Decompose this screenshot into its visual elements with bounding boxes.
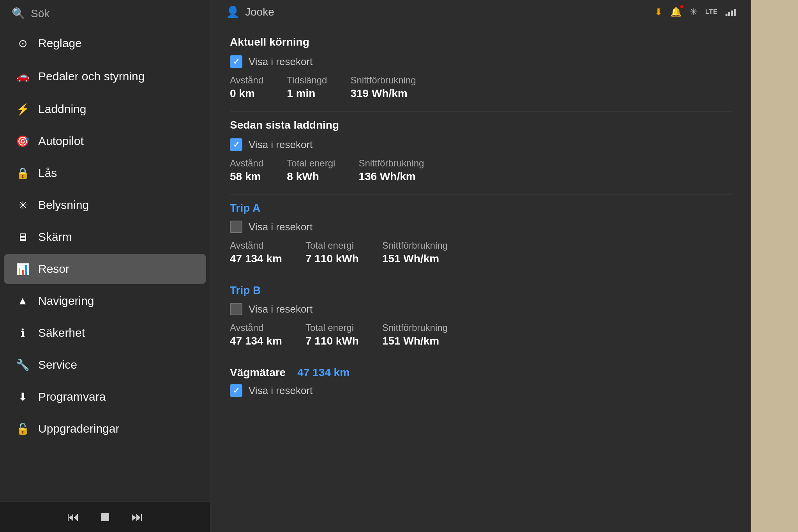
sidebar-item-pedaler[interactable]: 🚗 Pedaler och styrning — [4, 60, 206, 92]
stat-label: Total energi — [287, 158, 335, 169]
stat-label: Snittförbrukning — [382, 322, 448, 333]
trips-content: Aktuell körning Visa i resekort Avstånd … — [210, 24, 751, 532]
bell-icon: 🔔 — [670, 7, 682, 18]
user-icon: 👤 — [226, 5, 240, 18]
toggle-icon: ⊙ — [16, 37, 30, 50]
sidebar-item-service[interactable]: 🔧 Service — [4, 350, 206, 380]
section-vagmatare: Vägmätare 47 134 km Visa i resekort — [230, 366, 732, 397]
stat-label: Avstånd — [230, 322, 282, 333]
download-icon: ⬇ — [16, 391, 30, 403]
sidebar-item-label: Programvara — [38, 390, 106, 403]
stat-snitt-sedan: Snittförbrukning 136 Wh/km — [358, 158, 424, 183]
sidebar-item-las[interactable]: 🔒 Lås — [4, 158, 206, 188]
sidebar-item-label: Laddning — [38, 103, 86, 116]
stat-value: 0 km — [230, 87, 263, 100]
stat-avstand-sedan: Avstånd 58 km — [230, 158, 263, 183]
stat-value: 47 134 km — [230, 335, 282, 347]
stat-value: 319 Wh/km — [350, 87, 416, 100]
section-trip-a: Trip A Visa i resekort Avstånd 47 134 km… — [230, 202, 732, 265]
light-icon: ✳ — [16, 199, 30, 212]
signal-bars — [726, 8, 736, 16]
visa-resekort-trip-a-checkbox[interactable] — [230, 221, 242, 233]
signal-bar-2 — [728, 12, 730, 16]
aktuell-stats-row: Avstånd 0 km Tidslängd 1 min Snittförbru… — [230, 75, 732, 100]
section-trip-b: Trip B Visa i resekort Avstånd 47 134 km… — [230, 284, 732, 347]
right-decorative-area — [751, 0, 798, 532]
sidebar-item-label: Resor — [38, 262, 69, 276]
odometer-value: 47 134 km — [297, 366, 350, 379]
stat-energi-trip-a: Total energi 7 110 kWh — [305, 240, 359, 265]
stat-value: 136 Wh/km — [358, 170, 424, 183]
stat-value: 8 kWh — [287, 170, 335, 183]
sidebar-item-label: Uppgraderingar — [38, 422, 119, 435]
sidebar-item-reglage[interactable]: ⊙ Reglage — [4, 28, 206, 58]
sidebar-item-label: Säkerhet — [38, 326, 85, 339]
signal-bar-1 — [726, 14, 727, 16]
safety-icon: ℹ — [16, 327, 30, 339]
nav-icon: ▲ — [16, 295, 30, 307]
stat-snitt-trip-a: Snittförbrukning 151 Wh/km — [382, 240, 448, 265]
visa-resekort-aktuell-label: Visa i resekort — [249, 56, 312, 68]
stat-label: Tidslängd — [287, 75, 327, 86]
player-bar: ⏮ ⏹ ⏭ — [0, 502, 210, 532]
stat-energi-trip-b: Total energi 7 110 kWh — [305, 322, 359, 347]
car-icon: 🚗 — [16, 70, 30, 83]
trip-a-stats-row: Avstånd 47 134 km Total energi 7 110 kWh… — [230, 240, 732, 265]
stat-label: Snittförbrukning — [350, 75, 416, 86]
sidebar-item-sakerhet[interactable]: ℹ Säkerhet — [4, 318, 206, 348]
visa-resekort-trip-b-checkbox[interactable] — [230, 303, 242, 315]
section-aktuell-korning: Aktuell körning Visa i resekort Avstånd … — [230, 36, 732, 100]
sidebar-item-laddning[interactable]: ⚡ Laddning — [4, 94, 206, 124]
stat-value: 58 km — [230, 170, 263, 183]
sidebar-item-label: Belysning — [38, 198, 89, 212]
visa-resekort-trip-b-label: Visa i resekort — [249, 303, 312, 315]
visa-resekort-aktuell-checkbox[interactable] — [230, 55, 242, 68]
sidebar-item-resor[interactable]: 📊 Resor — [4, 254, 206, 284]
sidebar-item-navigering[interactable]: ▲ Navigering — [4, 286, 206, 316]
player-prev-button[interactable]: ⏮ — [67, 510, 79, 524]
sidebar-item-programvara[interactable]: ⬇ Programvara — [4, 382, 206, 412]
visa-resekort-vagmatare-checkbox[interactable] — [230, 384, 242, 397]
divider-2 — [230, 194, 732, 195]
main-header: 👤 Jooke ⬇ 🔔 ✳ LTE — [210, 0, 751, 24]
signal-bar-4 — [734, 9, 736, 16]
sidebar-item-label: Navigering — [38, 294, 94, 308]
sidebar-item-uppgraderingar[interactable]: 🔓 Uppgraderingar — [4, 414, 206, 444]
visa-resekort-trip-b-row: Visa i resekort — [230, 303, 732, 315]
stat-label: Avstånd — [230, 75, 263, 86]
wrench-icon: 🔧 — [16, 359, 30, 371]
search-bar[interactable]: 🔍 Sök — [0, 0, 210, 27]
player-next-button[interactable]: ⏭ — [131, 510, 143, 524]
upgrades-icon: 🔓 — [16, 422, 30, 435]
user-name: Jooke — [245, 6, 274, 18]
bell-notification-dot — [680, 5, 683, 8]
visa-resekort-trip-a-row: Visa i resekort — [230, 221, 732, 233]
stat-label: Snittförbrukning — [382, 240, 448, 251]
divider-1 — [230, 111, 732, 112]
divider-3 — [230, 277, 732, 277]
signal-bar-3 — [731, 11, 733, 16]
sidebar-item-autopilot[interactable]: 🎯 Autopilot — [4, 126, 206, 156]
player-stop-button[interactable]: ⏹ — [99, 510, 111, 524]
stat-avstand-trip-a: Avstånd 47 134 km — [230, 240, 282, 265]
section-sedan-sista: Sedan sista laddning Visa i resekort Avs… — [230, 119, 732, 183]
sidebar-item-label: Reglage — [38, 37, 82, 50]
sidebar-item-label: Pedaler och styrning — [38, 69, 145, 84]
stat-value: 7 110 kWh — [305, 253, 359, 265]
stat-avstand-trip-b: Avstånd 47 134 km — [230, 322, 282, 347]
visa-resekort-sedan-checkbox[interactable] — [230, 138, 242, 151]
bluetooth-icon: ✳ — [690, 7, 697, 18]
user-info: 👤 Jooke — [226, 5, 274, 18]
visa-resekort-aktuell-row: Visa i resekort — [230, 55, 732, 68]
visa-resekort-vagmatare-label: Visa i resekort — [249, 385, 312, 397]
sidebar: 🔍 Sök ⊙ Reglage 🚗 Pedaler och styrning ⚡… — [0, 0, 210, 532]
search-label[interactable]: Sök — [31, 7, 49, 20]
sidebar-item-label: Lås — [38, 166, 57, 180]
status-icons: ⬇ 🔔 ✳ LTE — [655, 7, 736, 18]
trip-a-title: Trip A — [230, 202, 732, 214]
lock-icon: 🔒 — [16, 167, 30, 180]
trip-b-stats-row: Avstånd 47 134 km Total energi 7 110 kWh… — [230, 322, 732, 347]
sidebar-item-belysning[interactable]: ✳ Belysning — [4, 190, 206, 220]
sidebar-item-skarm[interactable]: 🖥 Skärm — [4, 222, 206, 252]
stat-value: 151 Wh/km — [382, 253, 448, 265]
